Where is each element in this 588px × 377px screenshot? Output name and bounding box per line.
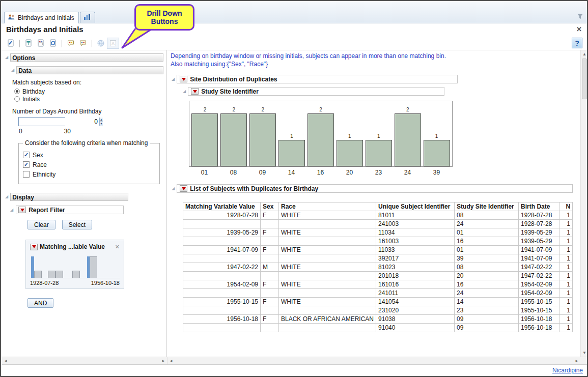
checkbox-ethnicity[interactable]: Ethnicity: [23, 169, 155, 179]
scroll-up-icon[interactable]: ▲: [581, 50, 588, 58]
table-cell: [279, 306, 376, 315]
filter-bar[interactable]: [48, 271, 55, 278]
left-horizontal-scrollbar[interactable]: ◄ ►: [2, 357, 167, 364]
table-cell: 1: [559, 254, 573, 263]
spinner-up-icon[interactable]: ▲: [100, 118, 103, 122]
table-row[interactable]: 241003241928-07-281: [183, 220, 573, 228]
table-row[interactable]: 1955-10-15FWHITE141054141955-10-151: [183, 298, 573, 306]
table-cell: 91040: [376, 324, 455, 332]
tab-birthdays-and-initials[interactable]: Birthdays and Initials: [4, 12, 79, 23]
scroll-right-icon[interactable]: ►: [160, 359, 167, 363]
disclosure-icon[interactable]: ◢: [172, 187, 175, 191]
histogram-bar[interactable]: [307, 113, 334, 166]
column-header[interactable]: Unique Subject Identifier: [376, 202, 455, 211]
site-distribution-outline[interactable]: ◢ Site Distribution of Duplicates: [172, 75, 458, 83]
table-row[interactable]: 161003161939-05-291: [183, 237, 573, 246]
report-filter-outline[interactable]: ◢ Report Filter: [10, 206, 163, 214]
histogram-bar[interactable]: [191, 113, 218, 166]
and-button[interactable]: AND: [27, 298, 53, 308]
table-cell: 141054: [376, 298, 455, 306]
days-stepper[interactable]: ▲ ▼: [18, 117, 65, 126]
scroll-left-icon[interactable]: ◄: [167, 359, 175, 363]
filter-bar[interactable]: [55, 271, 63, 278]
web-report-icon[interactable]: [95, 38, 107, 49]
disclosure-icon[interactable]: ◢: [5, 55, 8, 60]
journal-icon[interactable]: [22, 38, 35, 49]
table-row[interactable]: 201018201947-02-221: [183, 272, 573, 280]
red-triangle-menu-icon[interactable]: [180, 76, 187, 82]
histogram-bar[interactable]: [337, 140, 363, 166]
add-notes-icon[interactable]: [65, 38, 77, 49]
close-icon[interactable]: ✕: [576, 25, 582, 33]
spinner-down-icon[interactable]: ▼: [100, 122, 103, 126]
checkbox-sex[interactable]: ✓Sex: [23, 150, 155, 160]
histogram-bar[interactable]: [220, 113, 247, 166]
vertical-scrollbar[interactable]: ▲ ▼: [580, 50, 588, 357]
histogram-bar[interactable]: [278, 140, 305, 166]
column-header[interactable]: Birth Date: [519, 202, 559, 211]
data-table-icon[interactable]: [35, 38, 47, 49]
table-row[interactable]: 392017391941-07-091: [183, 254, 573, 263]
clear-button[interactable]: Clear: [27, 220, 55, 229]
select-button[interactable]: Select: [62, 220, 92, 229]
checkbox-label: Ethnicity: [33, 171, 55, 178]
red-triangle-menu-icon[interactable]: [191, 88, 199, 95]
disclosure-icon[interactable]: ◢: [5, 195, 8, 199]
filter-bar[interactable]: [34, 271, 42, 278]
histogram-bar[interactable]: [366, 140, 392, 166]
options-outline[interactable]: ◢ Options: [5, 53, 163, 62]
site-histogram: 222121121: [189, 101, 453, 167]
days-input[interactable]: [19, 118, 99, 126]
table-row[interactable]: 1939-05-29FWHITE11034011939-05-291: [183, 228, 573, 237]
refresh-report-icon[interactable]: [47, 38, 59, 49]
scroll-down-icon[interactable]: ▼: [581, 349, 588, 357]
column-header[interactable]: Study Site Identifier: [455, 202, 519, 211]
new-script-icon[interactable]: [5, 38, 17, 49]
duplicates-list-outline[interactable]: ◢ List of Subjects with Duplicates for B…: [172, 184, 573, 193]
duplicates-list-title: List of Subjects with Duplicates for Bir…: [190, 185, 318, 192]
column-header[interactable]: N: [559, 202, 573, 211]
histogram-bar[interactable]: [249, 113, 276, 166]
disclosure-icon[interactable]: ◢: [10, 208, 13, 212]
red-triangle-menu-icon[interactable]: [18, 207, 26, 213]
review-notes-icon[interactable]: [77, 38, 89, 49]
study-link[interactable]: Nicardipine: [552, 367, 583, 374]
filter-bar[interactable]: [72, 271, 80, 278]
radio-initials[interactable]: Initials: [14, 95, 163, 103]
table-row[interactable]: 1941-07-09FWHITE11033011941-07-091: [183, 246, 573, 254]
scroll-right-icon[interactable]: ►: [573, 359, 580, 363]
vertical-scroll-thumb[interactable]: [582, 59, 587, 99]
scroll-left-icon[interactable]: ◄: [2, 359, 9, 363]
column-header[interactable]: Matching Variable Value: [183, 202, 261, 211]
red-triangle-menu-icon[interactable]: [180, 185, 187, 192]
column-header[interactable]: Race: [279, 202, 376, 211]
table-row[interactable]: 1928-07-28FWHITE81011081928-07-281: [183, 211, 573, 220]
table-row[interactable]: 1947-02-22MWHITE81023081947-02-221: [183, 263, 573, 272]
filter-funnel-icon[interactable]: [577, 13, 583, 21]
histogram-bar[interactable]: [424, 140, 450, 166]
right-horizontal-scrollbar[interactable]: ◄ ►: [167, 357, 580, 364]
histogram-bar[interactable]: [395, 113, 421, 166]
filter-bar[interactable]: [90, 256, 97, 278]
table-row[interactable]: 241011241954-02-091: [183, 289, 573, 298]
remove-filter-icon[interactable]: ✕: [115, 244, 120, 250]
disclosure-icon[interactable]: ◢: [172, 77, 175, 81]
table-row[interactable]: 231020231955-10-151: [183, 306, 573, 315]
disclosure-icon[interactable]: ◢: [11, 68, 14, 72]
column-header[interactable]: Sex: [261, 202, 279, 211]
display-outline[interactable]: ◢ Display: [5, 193, 163, 201]
checkbox-race[interactable]: ✓Race: [23, 160, 155, 169]
red-triangle-menu-icon[interactable]: [30, 244, 38, 250]
data-outline[interactable]: ◢ Data: [11, 66, 163, 74]
callout-line2: Buttons: [151, 17, 178, 25]
help-button[interactable]: ?: [572, 38, 582, 48]
table-cell: 01: [455, 228, 519, 237]
disclosure-icon[interactable]: ◢: [183, 90, 186, 94]
radio-birthday[interactable]: Birthday: [14, 88, 163, 95]
tab-chart[interactable]: [80, 12, 95, 23]
table-row[interactable]: 1956-10-18FBLACK OR AFRICAN AMERICAN9103…: [183, 315, 573, 324]
days-around-birthday-label: Number of Days Around Birthday: [12, 108, 163, 115]
study-site-outline[interactable]: ◢ Study Site Identifier: [183, 87, 444, 96]
table-row[interactable]: 91040091956-10-181: [183, 324, 573, 332]
table-row[interactable]: 1954-02-09FWHITE161016161954-02-091: [183, 280, 573, 289]
